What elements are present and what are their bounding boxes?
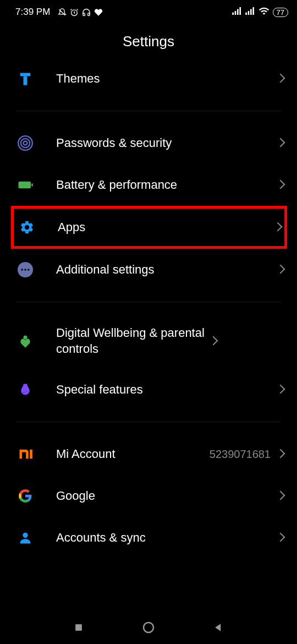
chevron-right-icon: [277, 266, 285, 274]
settings-header: Settings: [0, 22, 297, 58]
notification-off-icon: [58, 8, 67, 17]
chevron-right-icon: [277, 181, 285, 189]
wellbeing-icon: [16, 332, 34, 350]
svg-rect-4: [239, 7, 241, 15]
chevron-right-icon: [277, 386, 285, 394]
flask-icon: [16, 381, 34, 399]
svg-point-18: [24, 269, 26, 271]
divider: [16, 302, 280, 302]
chevron-right-icon: [277, 139, 285, 147]
svg-point-12: [21, 139, 30, 148]
signal-icon-2: [245, 7, 255, 18]
chevron-right-icon: [277, 492, 285, 500]
status-right: 77: [232, 6, 288, 19]
chevron-right-icon: [277, 534, 285, 542]
divider: [16, 422, 280, 422]
battery-level: 77: [273, 8, 288, 17]
settings-list: Themes Passwords & security Battery & pe…: [0, 58, 297, 559]
signal-icon: [232, 7, 242, 18]
chevron-right-icon: [274, 223, 282, 231]
gear-icon: [18, 219, 36, 236]
additional-label: Additional settings: [56, 262, 277, 278]
settings-item-battery[interactable]: Battery & performance: [0, 164, 297, 206]
svg-rect-7: [250, 9, 252, 15]
google-logo-icon: [16, 487, 34, 505]
settings-item-accounts[interactable]: Accounts & sync: [0, 517, 297, 559]
wellbeing-label: Digital Wellbeing & parental controls: [56, 325, 210, 357]
special-label: Special features: [56, 382, 277, 398]
settings-item-special[interactable]: Special features: [0, 369, 297, 411]
settings-item-wellbeing[interactable]: Digital Wellbeing & parental controls: [0, 313, 297, 369]
google-label: Google: [56, 488, 277, 504]
divider: [16, 111, 280, 111]
status-left: 7:39 PM: [15, 7, 103, 18]
svg-point-11: [24, 141, 28, 145]
svg-rect-10: [24, 76, 28, 85]
svg-point-25: [144, 623, 153, 632]
chevron-right-icon: [277, 450, 285, 458]
fingerprint-icon: [16, 134, 34, 152]
settings-item-miaccount[interactable]: Mi Account 5239071681: [0, 433, 297, 475]
more-icon: [16, 261, 34, 279]
alarm-icon: [70, 8, 79, 17]
svg-rect-2: [234, 11, 236, 15]
svg-rect-14: [19, 182, 31, 189]
battery-icon: [16, 176, 34, 194]
settings-item-passwords[interactable]: Passwords & security: [0, 122, 297, 164]
miaccount-label: Mi Account: [56, 446, 210, 462]
chevron-right-icon: [277, 75, 285, 83]
svg-point-23: [23, 533, 28, 538]
settings-item-apps[interactable]: Apps: [11, 206, 287, 249]
status-bar: 7:39 PM 77: [0, 0, 297, 22]
themes-label: Themes: [56, 71, 277, 87]
headphones-icon: [82, 8, 91, 17]
svg-rect-5: [245, 13, 247, 15]
settings-item-themes[interactable]: Themes: [0, 58, 297, 100]
passwords-label: Passwords & security: [56, 135, 277, 151]
wifi-icon: [258, 6, 270, 19]
settings-item-additional[interactable]: Additional settings: [0, 249, 297, 291]
svg-rect-6: [248, 11, 249, 15]
themes-icon: [16, 70, 34, 88]
mi-logo-icon: [16, 445, 34, 463]
svg-rect-9: [20, 73, 31, 77]
accounts-label: Accounts & sync: [56, 530, 277, 546]
chevron-right-icon: [210, 337, 218, 345]
svg-rect-8: [252, 7, 254, 15]
svg-point-17: [21, 269, 23, 271]
recent-apps-button[interactable]: [68, 616, 90, 638]
svg-rect-15: [31, 184, 33, 187]
svg-point-20: [24, 335, 28, 339]
svg-rect-24: [75, 624, 82, 631]
back-button[interactable]: [207, 616, 229, 638]
battery-label: Battery & performance: [56, 177, 277, 193]
settings-item-google[interactable]: Google: [0, 475, 297, 517]
miaccount-value: 5239071681: [210, 448, 271, 461]
svg-rect-1: [232, 13, 234, 15]
navigation-bar: [0, 611, 297, 644]
status-time: 7:39 PM: [15, 7, 50, 18]
home-button[interactable]: [138, 616, 160, 638]
svg-rect-3: [237, 9, 239, 15]
person-icon: [16, 529, 34, 547]
apps-label: Apps: [58, 220, 274, 236]
svg-point-19: [28, 269, 30, 271]
svg-point-22: [26, 391, 27, 392]
svg-point-21: [24, 392, 25, 393]
heart-icon: [94, 8, 103, 17]
page-title: Settings: [0, 33, 297, 50]
